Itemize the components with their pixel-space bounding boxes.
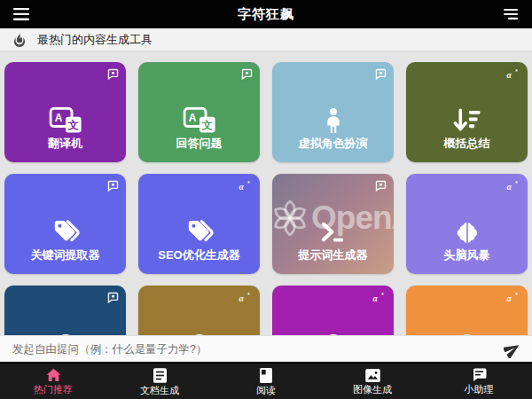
svg-text:文: 文 (66, 119, 78, 131)
chat-bubble-icon (107, 68, 119, 80)
svg-text:α: α (507, 182, 512, 192)
svg-text:α: α (507, 293, 512, 303)
translate-icon: A文 (183, 107, 215, 135)
svg-text:*: * (515, 292, 518, 298)
person-icon (323, 108, 343, 134)
alpha-badge-icon: α* (372, 292, 387, 304)
tool-card[interactable]: α* 概括总结 (406, 62, 528, 162)
nav-item-文档生成[interactable]: 文档生成 (106, 364, 213, 399)
dot-icon (188, 332, 211, 335)
book-icon (260, 368, 272, 383)
chat-bubble-icon (107, 180, 119, 192)
app-title: 字符狂飙 (238, 6, 294, 23)
free-question-input[interactable] (11, 342, 497, 356)
svg-text:A: A (188, 112, 196, 124)
tool-card[interactable]: A文 回答问题 (138, 62, 260, 162)
assistant-chat-icon (472, 368, 487, 382)
nav-label: 阅读 (256, 386, 276, 395)
nav-label: 热门推荐 (34, 385, 73, 395)
alpha-badge-icon: α* (506, 68, 520, 81)
dot-icon (54, 332, 77, 335)
tags-icon (51, 219, 81, 246)
svg-text:A: A (54, 112, 62, 124)
nav-label: 小助理 (465, 385, 494, 395)
tool-card[interactable]: 关键词提取器 (4, 174, 126, 274)
svg-text:*: * (381, 292, 384, 298)
tool-card[interactable] (4, 286, 126, 335)
bottom-nav: 热门推荐 文档生成 阅读 图像生成 小助理 (0, 362, 532, 399)
nav-item-阅读[interactable]: 阅读 (213, 364, 319, 399)
alpha-badge-icon: α* (239, 180, 253, 192)
section-header: 最热门的内容生成工具 (0, 28, 532, 51)
tool-card[interactable]: OpenAI 提示词生成器 (272, 174, 394, 274)
chat-bubble-icon (241, 68, 253, 80)
chat-bubble-icon (375, 180, 387, 192)
svg-text:*: * (515, 180, 518, 186)
tool-card[interactable]: α* (272, 286, 394, 335)
tools-grid: A文 翻译机 A文 回答问题 虚拟角色扮演 α* 概括总结 关键词提取器 (0, 52, 532, 335)
brain-icon (455, 221, 480, 244)
chat-bubble-icon (375, 68, 387, 80)
nav-item-小助理[interactable]: 小助理 (426, 364, 532, 399)
image-icon (365, 369, 380, 382)
card-title: 关键词提取器 (4, 247, 126, 263)
hamburger-menu-icon[interactable] (11, 4, 32, 25)
nav-label: 图像生成 (353, 385, 392, 395)
chat-bubble-icon (107, 292, 119, 303)
tool-card[interactable]: α* SEO优化生成器 (138, 174, 260, 274)
nav-item-图像生成[interactable]: 图像生成 (319, 364, 426, 399)
svg-text:α: α (239, 293, 245, 303)
nav-item-热门推荐[interactable]: 热门推荐 (0, 364, 106, 399)
dot-icon (456, 332, 479, 335)
card-title: 提示词生成器 (272, 247, 394, 263)
card-title: 虚拟角色扮演 (272, 136, 394, 152)
tags-icon (184, 219, 215, 246)
card-title: SEO优化生成器 (138, 247, 260, 263)
flame-icon (13, 32, 26, 47)
section-title: 最热门的内容生成工具 (37, 32, 153, 48)
svg-text:α: α (373, 293, 379, 303)
tool-card[interactable]: α* 头脑风暴 (406, 174, 528, 274)
document-icon (153, 368, 167, 383)
svg-text:α: α (507, 70, 512, 80)
tool-card[interactable]: 虚拟角色扮演 (272, 62, 394, 162)
list-menu-icon[interactable] (500, 4, 521, 25)
top-bar: 字符狂飙 (0, 0, 532, 28)
card-title: 头脑风暴 (406, 247, 528, 263)
home-icon (46, 368, 61, 382)
alpha-badge-icon: α* (506, 180, 520, 192)
card-title: 翻译机 (4, 136, 126, 152)
translate-icon: A文 (49, 107, 82, 135)
tool-card[interactable]: α* (406, 286, 528, 335)
card-title: 概括总结 (406, 136, 528, 152)
card-title: 回答问题 (138, 136, 260, 152)
svg-text:*: * (247, 180, 250, 186)
tool-card[interactable]: A文 翻译机 (4, 62, 126, 162)
terminal-icon (319, 221, 347, 244)
tool-card[interactable]: α* (138, 286, 260, 335)
svg-text:*: * (515, 68, 518, 74)
svg-text:*: * (247, 292, 250, 298)
free-question-bar (0, 335, 532, 362)
alpha-badge-icon: α* (239, 292, 253, 304)
dot-icon (322, 332, 345, 335)
app-screen: 字符狂飙 最热门的内容生成工具 A文 翻译机 A文 回答问题 虚拟角色扮演 α* (0, 0, 532, 399)
send-icon[interactable] (504, 340, 521, 358)
summarize-icon (452, 108, 481, 134)
nav-label: 文档生成 (140, 386, 179, 395)
svg-text:文: 文 (200, 119, 212, 131)
svg-text:α: α (239, 182, 245, 192)
alpha-badge-icon: α* (506, 292, 520, 304)
